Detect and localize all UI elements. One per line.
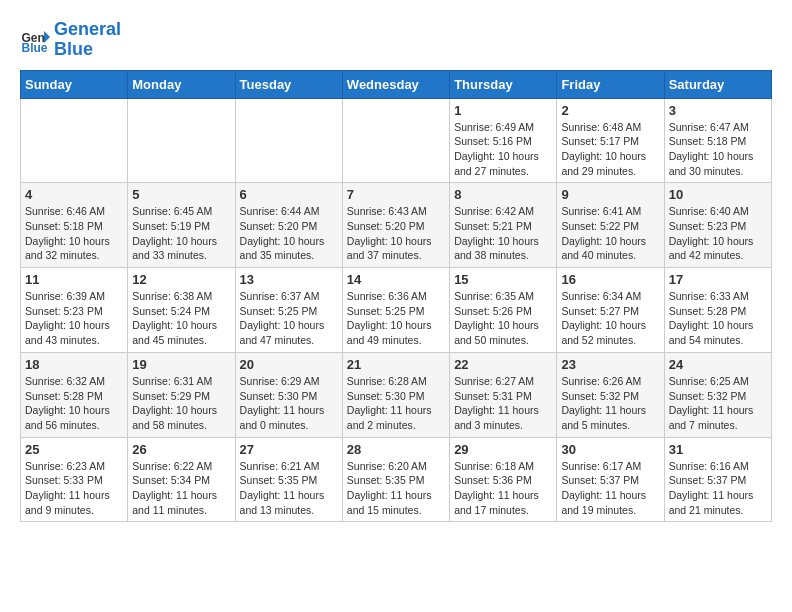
calendar-cell-1-6: 10Sunrise: 6:40 AMSunset: 5:23 PMDayligh… (664, 183, 771, 268)
calendar-body: 1Sunrise: 6:49 AMSunset: 5:16 PMDaylight… (21, 98, 772, 522)
day-info: Sunrise: 6:32 AMSunset: 5:28 PMDaylight:… (25, 374, 123, 433)
header-thursday: Thursday (450, 70, 557, 98)
page-header: Gen Blue GeneralBlue (20, 20, 772, 60)
day-info: Sunrise: 6:40 AMSunset: 5:23 PMDaylight:… (669, 204, 767, 263)
calendar-cell-4-5: 30Sunrise: 6:17 AMSunset: 5:37 PMDayligh… (557, 437, 664, 522)
calendar-cell-3-3: 21Sunrise: 6:28 AMSunset: 5:30 PMDayligh… (342, 352, 449, 437)
week-row-2: 11Sunrise: 6:39 AMSunset: 5:23 PMDayligh… (21, 268, 772, 353)
day-info: Sunrise: 6:23 AMSunset: 5:33 PMDaylight:… (25, 459, 123, 518)
calendar-cell-2-5: 16Sunrise: 6:34 AMSunset: 5:27 PMDayligh… (557, 268, 664, 353)
day-info: Sunrise: 6:47 AMSunset: 5:18 PMDaylight:… (669, 120, 767, 179)
day-info: Sunrise: 6:25 AMSunset: 5:32 PMDaylight:… (669, 374, 767, 433)
day-number: 1 (454, 103, 552, 118)
calendar-cell-0-3 (342, 98, 449, 183)
day-info: Sunrise: 6:45 AMSunset: 5:19 PMDaylight:… (132, 204, 230, 263)
calendar-cell-4-1: 26Sunrise: 6:22 AMSunset: 5:34 PMDayligh… (128, 437, 235, 522)
day-number: 27 (240, 442, 338, 457)
logo-icon: Gen Blue (20, 25, 50, 55)
day-info: Sunrise: 6:17 AMSunset: 5:37 PMDaylight:… (561, 459, 659, 518)
calendar-cell-0-5: 2Sunrise: 6:48 AMSunset: 5:17 PMDaylight… (557, 98, 664, 183)
calendar-cell-1-0: 4Sunrise: 6:46 AMSunset: 5:18 PMDaylight… (21, 183, 128, 268)
day-info: Sunrise: 6:42 AMSunset: 5:21 PMDaylight:… (454, 204, 552, 263)
day-number: 10 (669, 187, 767, 202)
calendar-cell-3-5: 23Sunrise: 6:26 AMSunset: 5:32 PMDayligh… (557, 352, 664, 437)
day-number: 30 (561, 442, 659, 457)
calendar-cell-4-6: 31Sunrise: 6:16 AMSunset: 5:37 PMDayligh… (664, 437, 771, 522)
day-info: Sunrise: 6:26 AMSunset: 5:32 PMDaylight:… (561, 374, 659, 433)
calendar-cell-1-1: 5Sunrise: 6:45 AMSunset: 5:19 PMDaylight… (128, 183, 235, 268)
day-info: Sunrise: 6:39 AMSunset: 5:23 PMDaylight:… (25, 289, 123, 348)
calendar-cell-1-4: 8Sunrise: 6:42 AMSunset: 5:21 PMDaylight… (450, 183, 557, 268)
day-info: Sunrise: 6:27 AMSunset: 5:31 PMDaylight:… (454, 374, 552, 433)
calendar-cell-0-1 (128, 98, 235, 183)
day-number: 23 (561, 357, 659, 372)
day-info: Sunrise: 6:29 AMSunset: 5:30 PMDaylight:… (240, 374, 338, 433)
day-info: Sunrise: 6:36 AMSunset: 5:25 PMDaylight:… (347, 289, 445, 348)
day-info: Sunrise: 6:48 AMSunset: 5:17 PMDaylight:… (561, 120, 659, 179)
calendar-cell-4-2: 27Sunrise: 6:21 AMSunset: 5:35 PMDayligh… (235, 437, 342, 522)
day-number: 11 (25, 272, 123, 287)
day-number: 12 (132, 272, 230, 287)
day-number: 4 (25, 187, 123, 202)
day-info: Sunrise: 6:28 AMSunset: 5:30 PMDaylight:… (347, 374, 445, 433)
header-sunday: Sunday (21, 70, 128, 98)
calendar-cell-2-6: 17Sunrise: 6:33 AMSunset: 5:28 PMDayligh… (664, 268, 771, 353)
day-number: 3 (669, 103, 767, 118)
day-number: 7 (347, 187, 445, 202)
week-row-4: 25Sunrise: 6:23 AMSunset: 5:33 PMDayligh… (21, 437, 772, 522)
day-number: 16 (561, 272, 659, 287)
header-tuesday: Tuesday (235, 70, 342, 98)
logo-text: GeneralBlue (54, 20, 121, 60)
calendar-table: Sunday Monday Tuesday Wednesday Thursday… (20, 70, 772, 523)
day-number: 6 (240, 187, 338, 202)
day-number: 29 (454, 442, 552, 457)
day-number: 31 (669, 442, 767, 457)
calendar-cell-2-2: 13Sunrise: 6:37 AMSunset: 5:25 PMDayligh… (235, 268, 342, 353)
calendar-cell-2-3: 14Sunrise: 6:36 AMSunset: 5:25 PMDayligh… (342, 268, 449, 353)
header-wednesday: Wednesday (342, 70, 449, 98)
calendar-cell-1-2: 6Sunrise: 6:44 AMSunset: 5:20 PMDaylight… (235, 183, 342, 268)
day-info: Sunrise: 6:49 AMSunset: 5:16 PMDaylight:… (454, 120, 552, 179)
logo: Gen Blue GeneralBlue (20, 20, 121, 60)
calendar-cell-4-4: 29Sunrise: 6:18 AMSunset: 5:36 PMDayligh… (450, 437, 557, 522)
day-info: Sunrise: 6:37 AMSunset: 5:25 PMDaylight:… (240, 289, 338, 348)
calendar-cell-4-3: 28Sunrise: 6:20 AMSunset: 5:35 PMDayligh… (342, 437, 449, 522)
calendar-cell-3-6: 24Sunrise: 6:25 AMSunset: 5:32 PMDayligh… (664, 352, 771, 437)
day-number: 9 (561, 187, 659, 202)
day-info: Sunrise: 6:18 AMSunset: 5:36 PMDaylight:… (454, 459, 552, 518)
day-info: Sunrise: 6:21 AMSunset: 5:35 PMDaylight:… (240, 459, 338, 518)
calendar-cell-0-2 (235, 98, 342, 183)
day-info: Sunrise: 6:44 AMSunset: 5:20 PMDaylight:… (240, 204, 338, 263)
day-info: Sunrise: 6:46 AMSunset: 5:18 PMDaylight:… (25, 204, 123, 263)
day-info: Sunrise: 6:41 AMSunset: 5:22 PMDaylight:… (561, 204, 659, 263)
calendar-cell-3-0: 18Sunrise: 6:32 AMSunset: 5:28 PMDayligh… (21, 352, 128, 437)
header-saturday: Saturday (664, 70, 771, 98)
day-number: 26 (132, 442, 230, 457)
weekday-header-row: Sunday Monday Tuesday Wednesday Thursday… (21, 70, 772, 98)
calendar-cell-1-5: 9Sunrise: 6:41 AMSunset: 5:22 PMDaylight… (557, 183, 664, 268)
calendar-cell-0-4: 1Sunrise: 6:49 AMSunset: 5:16 PMDaylight… (450, 98, 557, 183)
week-row-1: 4Sunrise: 6:46 AMSunset: 5:18 PMDaylight… (21, 183, 772, 268)
day-number: 22 (454, 357, 552, 372)
week-row-0: 1Sunrise: 6:49 AMSunset: 5:16 PMDaylight… (21, 98, 772, 183)
day-number: 21 (347, 357, 445, 372)
day-info: Sunrise: 6:22 AMSunset: 5:34 PMDaylight:… (132, 459, 230, 518)
day-info: Sunrise: 6:34 AMSunset: 5:27 PMDaylight:… (561, 289, 659, 348)
day-number: 20 (240, 357, 338, 372)
day-number: 2 (561, 103, 659, 118)
day-info: Sunrise: 6:38 AMSunset: 5:24 PMDaylight:… (132, 289, 230, 348)
calendar-cell-2-1: 12Sunrise: 6:38 AMSunset: 5:24 PMDayligh… (128, 268, 235, 353)
header-friday: Friday (557, 70, 664, 98)
day-number: 5 (132, 187, 230, 202)
day-info: Sunrise: 6:43 AMSunset: 5:20 PMDaylight:… (347, 204, 445, 263)
day-number: 14 (347, 272, 445, 287)
calendar-cell-1-3: 7Sunrise: 6:43 AMSunset: 5:20 PMDaylight… (342, 183, 449, 268)
day-number: 28 (347, 442, 445, 457)
calendar-cell-0-0 (21, 98, 128, 183)
svg-text:Blue: Blue (22, 41, 48, 55)
day-number: 25 (25, 442, 123, 457)
day-number: 8 (454, 187, 552, 202)
day-number: 24 (669, 357, 767, 372)
calendar-cell-0-6: 3Sunrise: 6:47 AMSunset: 5:18 PMDaylight… (664, 98, 771, 183)
day-number: 19 (132, 357, 230, 372)
